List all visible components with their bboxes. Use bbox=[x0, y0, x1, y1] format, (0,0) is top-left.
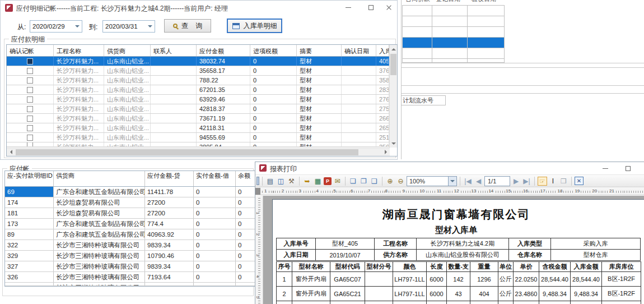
payable-detail-row[interactable]: 长沙万科魅力...山东南山铝业...63929.460型材276 bbox=[7, 95, 397, 104]
confirm-checkbox[interactable] bbox=[27, 142, 33, 146]
payable-account-row[interactable]: 长沙市三湘特种玻璃有限公司 bbox=[5, 283, 255, 286]
first-page-icon[interactable]: |◀ bbox=[463, 177, 473, 186]
payable-detail-row[interactable]: 长沙万科魅力...山东南山铝业...67201.350型材283 bbox=[7, 85, 397, 95]
payable-detail-row[interactable]: 长沙万科魅力...山东南山铝业...788.220型材358 bbox=[7, 76, 397, 85]
grid-cell[interactable]: 181 bbox=[5, 208, 54, 218]
scroll-up-button[interactable] bbox=[390, 45, 397, 53]
inbound-detail-button[interactable]: 入库单明细 bbox=[227, 19, 282, 33]
checkbox-cell[interactable] bbox=[7, 85, 54, 94]
payable-detail-row[interactable]: 长沙万科魅力...山东南山铝业...42118.310型材265 bbox=[7, 123, 397, 133]
page-number-input[interactable]: 1/1 bbox=[484, 176, 510, 186]
grid-cell[interactable] bbox=[5, 283, 54, 285]
column-header[interactable]: 登记日期 bbox=[432, 0, 468, 4]
payable-account-row[interactable]: 174长沙坦森贸易有限公司2720000 bbox=[5, 197, 255, 208]
payable-detail-row[interactable]: 长沙万科魅力...山东南山铝业...35658.170型材376 bbox=[7, 66, 397, 76]
close-button[interactable] bbox=[637, 162, 644, 175]
settings-icon[interactable]: ⚒ bbox=[287, 177, 296, 186]
zoom-out-icon[interactable]: ⊖ bbox=[396, 177, 405, 186]
payable-detail-row[interactable]: 长沙万科魅力...山东南山铝业...73671.190型材266 bbox=[7, 114, 397, 123]
checkbox-cell[interactable] bbox=[7, 142, 54, 146]
confirm-checkbox[interactable] bbox=[27, 106, 33, 112]
column-header[interactable]: 余额 bbox=[236, 171, 255, 186]
payable-account-row[interactable]: 173广东合和建筑五金制品有限公司774.400 bbox=[5, 219, 255, 229]
minimize-button[interactable] bbox=[596, 162, 615, 175]
column-header[interactable]: 供货商 bbox=[104, 45, 151, 56]
chevron-down-icon[interactable] bbox=[73, 21, 81, 31]
confirm-checkbox[interactable] bbox=[27, 58, 33, 65]
column-header[interactable]: 应付金额-贷 bbox=[145, 171, 194, 186]
page-layout-multiple-icon[interactable]: ❑ bbox=[370, 177, 379, 186]
chevron-down-icon[interactable] bbox=[146, 21, 154, 31]
report-title-bar[interactable]: 报表打印 bbox=[255, 162, 644, 174]
grid-cell[interactable]: 327 bbox=[5, 261, 54, 271]
confirm-checkbox[interactable] bbox=[27, 135, 33, 141]
grid-cell[interactable]: 322 bbox=[5, 240, 54, 250]
payable-account-row[interactable]: 69广东合和建筑五金制品有限公司11411.7800 bbox=[5, 187, 255, 197]
column-header[interactable]: 摘要 bbox=[297, 45, 342, 56]
scroll-right-button[interactable] bbox=[381, 148, 390, 156]
payable-account-row[interactable]: 327长沙市三湘特种玻璃有限公司9839.3400 bbox=[5, 261, 255, 272]
close-button[interactable] bbox=[379, 1, 398, 14]
next-page-icon[interactable]: ▶ bbox=[511, 177, 521, 186]
mail-export-icon[interactable]: ✉ bbox=[333, 177, 342, 186]
column-header[interactable]: 应-实付款明细ID bbox=[5, 171, 54, 186]
payable-account-row[interactable]: 322长沙市三湘特种玻璃有限公司9839.3400 bbox=[5, 240, 255, 251]
checkbox-cell[interactable] bbox=[7, 133, 54, 142]
query-button[interactable]: 查 询 bbox=[164, 19, 211, 33]
close-preview-icon[interactable]: ✕ bbox=[575, 177, 584, 185]
confirm-checkbox[interactable] bbox=[27, 116, 33, 122]
checkbox-cell[interactable] bbox=[7, 95, 54, 104]
preview-area[interactable]: 12345 湖南亘晟门窗幕墙有限公司 型材入库单 入库单号型材_405工程名称长… bbox=[255, 196, 644, 304]
checkbox-cell[interactable] bbox=[7, 123, 54, 132]
checkbox-cell[interactable] bbox=[7, 114, 54, 123]
column-header[interactable]: 进项税额 bbox=[250, 45, 297, 56]
chevron-down-icon[interactable] bbox=[448, 177, 456, 186]
payable-detail-row[interactable]: 长沙万科魅力...山东南山铝业...94555.690型材251 bbox=[7, 133, 397, 142]
grid-cell[interactable]: 69 bbox=[5, 187, 54, 197]
payable-account-row[interactable]: 326长沙市三湘特种玻璃有限公司7193.6400 bbox=[5, 272, 255, 283]
zoom-select[interactable]: 100% bbox=[407, 176, 457, 186]
column-header[interactable]: 确认记帐 bbox=[7, 45, 54, 56]
checkbox-cell[interactable] bbox=[7, 66, 54, 75]
grid-cell[interactable]: 174 bbox=[5, 197, 54, 208]
column-header[interactable]: 验收日期 bbox=[468, 0, 505, 4]
grid-cell[interactable]: 173 bbox=[5, 219, 54, 229]
confirm-checkbox[interactable] bbox=[27, 77, 33, 84]
prev-page-icon[interactable]: ◀ bbox=[474, 177, 483, 186]
text-select-icon[interactable]: I bbox=[548, 177, 558, 186]
page-layout-single-icon[interactable]: ❏ bbox=[348, 177, 358, 186]
book-preview-icon[interactable]: ◫ bbox=[276, 177, 286, 186]
page-layout-continuous-icon[interactable]: ❐ bbox=[359, 177, 368, 186]
horizontal-scroll-thumb[interactable] bbox=[16, 149, 358, 155]
column-header[interactable]: 合同价款 bbox=[402, 0, 432, 4]
title-bar[interactable]: 应付明细记帐------当前工程: 长沙万科魅力之城4.2期------当前用户… bbox=[1, 1, 397, 15]
grid-cell[interactable]: 89 bbox=[5, 229, 54, 239]
payable-account-row[interactable]: 181长沙坦森贸易有限公司2720000 bbox=[5, 208, 255, 219]
from-date-select[interactable]: 2020/02/29 bbox=[30, 20, 82, 33]
hand-tool-icon[interactable]: ☞ bbox=[538, 177, 547, 186]
minimize-button[interactable] bbox=[339, 1, 358, 14]
confirm-checkbox[interactable] bbox=[27, 68, 33, 74]
checkbox-cell[interactable] bbox=[7, 76, 54, 85]
column-header[interactable]: 入库 bbox=[376, 45, 389, 56]
column-header[interactable]: 确认日期 bbox=[342, 45, 376, 56]
checkbox-cell[interactable] bbox=[7, 104, 54, 113]
payable-detail-row[interactable]: 长沙万科魅力...山东南山铝业...42818.370型材275 bbox=[7, 104, 397, 114]
vertical-scrollbar[interactable] bbox=[389, 45, 397, 148]
to-date-select[interactable]: 2020/03/31 bbox=[102, 20, 155, 33]
column-header[interactable]: 工程名称 bbox=[54, 45, 104, 56]
confirm-checkbox[interactable] bbox=[27, 87, 33, 93]
grid-cell[interactable]: 326 bbox=[5, 272, 54, 282]
maximize-button[interactable] bbox=[361, 1, 380, 14]
last-page-icon[interactable]: ▶| bbox=[522, 177, 531, 186]
payable-account-row[interactable]: 329长沙市三湘特种玻璃有限公司10790.4600 bbox=[5, 251, 255, 261]
column-header[interactable]: 供货商 bbox=[54, 171, 145, 186]
payable-account-row[interactable]: 89广东合和建筑五金制品有限公司40963.9200 bbox=[5, 229, 255, 240]
maximize-button[interactable] bbox=[618, 162, 637, 175]
zoom-in-icon[interactable]: ⊕ bbox=[385, 177, 395, 186]
column-header[interactable]: 实付金额-借 bbox=[194, 171, 236, 186]
grid-cell[interactable]: 329 bbox=[5, 251, 54, 261]
column-header[interactable]: 联系人 bbox=[151, 45, 197, 56]
clipped-toolbar-icon[interactable] bbox=[256, 177, 259, 185]
vertical-scroll-thumb[interactable] bbox=[390, 54, 396, 75]
